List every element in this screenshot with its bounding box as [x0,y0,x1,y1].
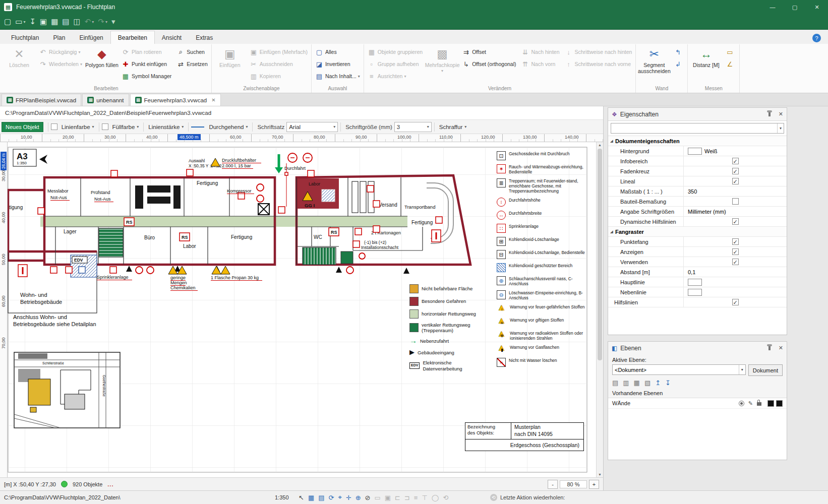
tab-extras[interactable]: Extras [189,31,220,44]
line-style-dropdown[interactable]: Durchgehend▾ [207,121,250,133]
property-value[interactable]: Millimeter (mm) [684,207,787,216]
property-value[interactable]: 0,1 [684,267,787,277]
print-button[interactable]: ▤ [62,17,69,26]
property-value[interactable]: Weiß [684,146,787,156]
property-value[interactable]: ✓ [684,176,787,186]
document-tab[interactable]: ▦unbenannt [82,94,129,106]
close-tab-icon[interactable]: ✕ [211,97,215,103]
ribbon-button[interactable]: ∠ [723,58,738,70]
ribbon-button[interactable]: ↰ [671,46,686,58]
pin-icon[interactable] [768,112,771,116]
scrollbar-thumb[interactable] [598,149,602,360]
canvas[interactable]: 30,0040,0050,0060,0070,0026,04 m [0,142,603,477]
property-value[interactable] [684,197,787,206]
crosshair-icon[interactable]: ✛ [346,494,351,501]
font-select[interactable]: Arial▾ [286,122,338,132]
ribbon-button[interactable]: ✂Segment ausschneiden [637,44,671,83]
color-swatch[interactable] [688,289,702,296]
checkbox[interactable]: ✓ [732,218,739,225]
layers-print-icon[interactable]: ▤ [612,379,618,387]
layer-lock-icon[interactable] [757,402,761,406]
ribbon-button[interactable]: ▦Symbol Manager [119,70,174,82]
line-color-dropdown[interactable]: Linienfarbe▾ [60,121,96,133]
new-file-button[interactable]: ▢ [4,17,11,26]
snap-grid-icon[interactable]: ▤ [318,494,324,501]
active-layer-select[interactable]: <Dokument>▾ [612,364,746,375]
select-tool-icon[interactable]: ↖ [299,494,304,501]
ribbon-button[interactable]: ▢Alles [313,46,363,58]
color-swatch[interactable] [688,148,702,155]
ribbon-button[interactable]: ▭ [723,46,738,58]
checkbox[interactable]: ✓ [732,259,739,265]
object-selector[interactable]: ▾ [611,123,784,134]
zoom-in-button[interactable]: + [589,480,599,489]
document-tab[interactable]: ▦FRPlanBeispiel.vvwcad [2,94,81,106]
document-button[interactable]: Dokument [748,364,783,376]
grid-icon[interactable]: ▦ [308,494,314,501]
new-object-button[interactable]: Neues Objekt [2,122,43,132]
vertical-scrollbar[interactable]: ▲ ▼ [596,142,603,477]
ribbon-button[interactable]: ▤Nach Inhalt...▾ [313,70,363,82]
save-all-button[interactable]: ▦ [51,17,58,26]
checkbox[interactable]: ✓ [732,158,739,164]
repeat-action-icon[interactable]: ⟲ [490,494,497,501]
add-point-icon[interactable]: ⊕ [356,494,361,501]
checkbox[interactable] [732,198,739,205]
scroll-up-icon[interactable]: ▲ [598,143,602,147]
checkbox[interactable]: ✓ [732,168,739,174]
layers-print-all-icon[interactable]: ▥ [623,379,629,387]
hatch-dropdown[interactable]: Schraffur▾ [437,121,468,133]
property-value[interactable]: ✓ [684,257,787,267]
ribbon-button[interactable]: ◆Polygon füllen [85,44,119,83]
minimize-button[interactable]: — [761,0,784,14]
zoom-level[interactable]: 80 % [560,480,587,488]
collapse-icon[interactable]: ◢ [608,230,615,234]
tab-plan[interactable]: Plan [46,31,72,44]
ribbon-button[interactable]: ⇄Ersetzen [174,58,210,70]
pin-icon[interactable] [768,346,771,350]
property-value[interactable] [684,277,787,287]
forbid-icon[interactable]: ⊘ [365,494,371,501]
save-button[interactable]: ▣ [40,17,47,26]
tab-einfügen[interactable]: Einfügen [72,31,110,44]
line-color-swatch[interactable] [51,123,57,130]
line-width-dropdown[interactable]: Linienstärke▾ [146,121,186,133]
ribbon-button[interactable]: ⇉Offset [459,46,518,58]
layer-row[interactable]: WÄnde✎ [608,398,787,409]
tab-bearbeiten[interactable]: Bearbeiten [110,31,155,44]
close-button[interactable]: ✕ [806,0,828,14]
maximize-button[interactable]: ▢ [784,0,806,14]
layer-up-icon[interactable]: ↥ [655,379,661,387]
property-value[interactable]: 350 [684,186,787,196]
ribbon-button[interactable]: ↔Distanz [M] [689,44,723,83]
checkbox[interactable]: ✓ [732,248,739,255]
print-preview-button[interactable]: ◫ [74,17,81,26]
layer-line-color-swatch[interactable] [767,400,774,407]
collapse-icon[interactable]: ◢ [608,139,615,143]
layer-add-icon[interactable]: ▦ [634,379,640,387]
close-icon[interactable]: ✕ [779,345,783,351]
property-value[interactable]: ✓ [684,297,787,307]
layer-down-icon[interactable]: ↧ [665,379,671,387]
property-value[interactable] [684,287,787,297]
undo-button[interactable]: ↶▾ [85,17,94,26]
property-section[interactable]: ◢Fangraster [608,227,787,237]
checkbox[interactable]: ✓ [732,238,739,245]
checkbox[interactable]: ✓ [732,299,739,305]
close-icon[interactable]: ✕ [779,111,783,117]
customize-toolbar-button[interactable]: ▾ [111,17,115,26]
scroll-down-icon[interactable]: ▼ [598,473,602,476]
import-button[interactable]: ↧ [29,17,36,26]
property-value[interactable]: ✓ [684,166,787,176]
property-value[interactable]: ✓ [684,237,787,246]
zoom-out-button[interactable]: - [548,480,558,489]
layer-delete-icon[interactable]: ▧ [644,379,650,387]
layer-visibility-icon[interactable] [739,401,744,406]
font-size-select[interactable]: 3▾ [394,122,432,132]
refresh-icon[interactable]: ⟳ [329,494,334,501]
ribbon-button[interactable]: ↳Offset (orthogonal) [459,58,518,70]
document-tab[interactable]: ▦Feuerwehrplan3.vvwcad✕ [130,94,221,106]
help-icon[interactable]: ? [812,34,821,42]
checkbox[interactable]: ✓ [732,178,739,184]
ribbon-button[interactable]: ⌕Suchen [174,46,210,58]
